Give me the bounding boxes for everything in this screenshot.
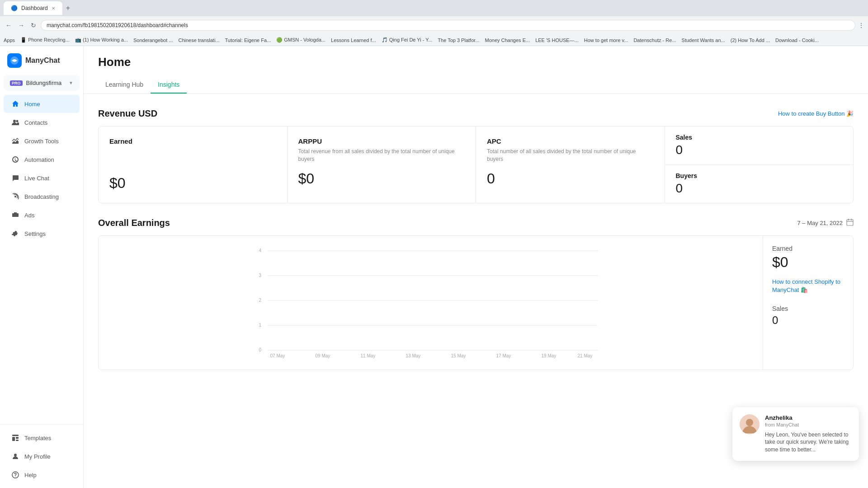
settings-icon <box>11 229 20 238</box>
sidebar-item-help[interactable]: Help <box>4 466 80 484</box>
browser-actions: ⋮ <box>858 22 864 29</box>
bookmark-14[interactable]: Student Wants an... <box>682 38 725 43</box>
bookmark-8[interactable]: 🎵 Qing Fei De Yi - Y... <box>382 37 433 43</box>
revenue-section-header: Revenue USD How to create Buy Button 🎉 <box>98 108 854 119</box>
x-label-17may: 17 May <box>496 353 511 358</box>
account-name: Bildungsfirma <box>26 80 66 86</box>
sidebar-item-home[interactable]: Home <box>4 95 80 113</box>
tab-close-button[interactable]: ✕ <box>52 6 55 11</box>
bookmark-1[interactable]: 📱 Phone Recycling... <box>20 37 70 43</box>
scrolled-content-placeholder <box>98 105 854 108</box>
earnings-container: 4 3 2 1 0 07 May <box>98 235 854 370</box>
x-label-13may: 13 May <box>406 353 421 358</box>
shopify-link[interactable]: How to connect Shopify to ManyChat 🛍️ <box>772 278 844 294</box>
bookmark-4[interactable]: Chinese translati... <box>178 38 219 43</box>
revenue-card-arppu: ARPPU Total revenue from all sales divid… <box>288 127 476 203</box>
bookmark-7[interactable]: Lessons Learned f... <box>331 38 376 43</box>
templates-icon <box>11 433 20 442</box>
sidebar-bottom: Templates My Profile Help <box>0 424 83 488</box>
back-button[interactable]: ← <box>4 20 14 31</box>
refresh-button[interactable]: ↻ <box>29 20 38 31</box>
earned-value: $0 <box>109 148 276 192</box>
bookmark-13[interactable]: Datenschutz - Re... <box>633 38 676 43</box>
sidebar-item-label-my-profile: My Profile <box>24 453 51 460</box>
contacts-icon <box>11 118 20 127</box>
bookmark-15[interactable]: (2) How To Add ... <box>731 38 770 43</box>
sidebar-item-settings[interactable]: Settings <box>4 225 80 243</box>
bookmark-16[interactable]: Download - Cooki... <box>775 38 819 43</box>
sidebar-item-my-profile[interactable]: My Profile <box>4 447 80 465</box>
earnings-chart: 4 3 2 1 0 07 May <box>106 243 755 361</box>
earnings-sales-value: 0 <box>772 314 844 327</box>
bookmark-11[interactable]: LEE 'S HOUSE—... <box>535 38 579 43</box>
svg-point-3 <box>14 196 16 197</box>
apc-value: 0 <box>487 170 654 187</box>
sidebar-logo: ManyChat <box>0 46 83 75</box>
earnings-header: Overall Earnings 7 – May 21, 2022 <box>98 218 854 228</box>
buy-button-link[interactable]: How to create Buy Button 🎉 <box>778 110 854 117</box>
chat-content: Anzhelika from ManyChat Hey Leon, You've… <box>765 414 852 454</box>
new-tab-button[interactable]: + <box>66 4 70 12</box>
apc-label: APC <box>487 137 654 145</box>
earnings-title: Overall Earnings <box>98 218 170 228</box>
account-selector[interactable]: PRO Bildungsfirma ▼ <box>4 75 80 91</box>
svg-point-11 <box>15 476 15 477</box>
browser-controls: ← → ↻ ⋮ <box>0 16 868 34</box>
revenue-card-earned: Earned $0 <box>99 127 287 203</box>
forward-button[interactable]: → <box>16 20 26 31</box>
calendar-icon[interactable] <box>846 219 854 227</box>
bookmark-apps[interactable]: Apps <box>4 38 15 43</box>
apc-desc: Total number of all sales divided by the… <box>487 148 654 163</box>
earnings-sidebar: Earned $0 How to connect Shopify to Many… <box>763 236 853 370</box>
earnings-section: Overall Earnings 7 – May 21, 2022 4 <box>98 218 854 370</box>
svg-rect-6 <box>12 437 15 441</box>
svg-point-1 <box>13 120 16 122</box>
sidebar-item-automation[interactable]: Automation <box>4 150 80 169</box>
broadcasting-icon <box>11 192 20 201</box>
chat-sender-name: Anzhelika <box>765 414 852 421</box>
sidebar-item-label-growth-tools: Growth Tools <box>24 138 59 145</box>
arppu-desc: Total revenue from all sales divided by … <box>298 148 465 163</box>
growth-tools-icon <box>11 136 20 145</box>
revenue-card-apc: APC Total number of all sales divided by… <box>476 127 665 203</box>
x-label-19may: 19 May <box>542 353 557 358</box>
tab-insights[interactable]: Insights <box>151 76 187 94</box>
chart-area: 4 3 2 1 0 07 May <box>99 236 763 370</box>
extensions-icon: ⋮ <box>858 22 864 29</box>
sidebar-item-growth-tools[interactable]: Growth Tools <box>4 132 80 150</box>
x-label-07may: 07 May <box>270 353 285 358</box>
sidebar-item-ads[interactable]: Ads <box>4 206 80 224</box>
sidebar-item-live-chat[interactable]: Live Chat <box>4 169 80 187</box>
bookmark-12[interactable]: How to get more v... <box>584 38 628 43</box>
bookmark-2[interactable]: 📺 (1) How Working a... <box>75 37 128 43</box>
bookmark-3[interactable]: Sonderangebot ... <box>133 38 173 43</box>
automation-icon <box>11 155 20 164</box>
bookmark-10[interactable]: Money Changes E... <box>485 38 530 43</box>
sidebar: ManyChat PRO Bildungsfirma ▼ Home Contac… <box>0 46 84 488</box>
svg-point-9 <box>14 454 17 456</box>
sidebar-item-label-contacts: Contacts <box>24 119 47 126</box>
bookmark-5[interactable]: Tutorial: Eigene Fa... <box>225 38 271 43</box>
page-title: Home <box>98 55 854 69</box>
sidebar-item-templates[interactable]: Templates <box>4 429 80 447</box>
bookmark-9[interactable]: The Top 3 Platfor... <box>438 38 479 43</box>
tab-learning-hub[interactable]: Learning Hub <box>98 76 151 94</box>
sidebar-item-contacts[interactable]: Contacts <box>4 113 80 131</box>
y-label-1: 1 <box>259 323 262 328</box>
active-tab[interactable]: 🔵 Dashboard ✕ <box>4 1 62 15</box>
arppu-label: ARPPU <box>298 137 465 145</box>
svg-point-2 <box>16 120 19 122</box>
svg-rect-12 <box>847 220 853 225</box>
earnings-earned-label: Earned <box>772 245 844 252</box>
logo-text: ManyChat <box>25 56 60 65</box>
chat-popup[interactable]: Anzhelika from ManyChat Hey Leon, You've… <box>732 407 859 461</box>
svg-rect-14 <box>851 219 852 221</box>
url-bar[interactable] <box>41 20 855 31</box>
sidebar-item-broadcasting[interactable]: Broadcasting <box>4 188 80 206</box>
tab-title: Dashboard <box>21 5 48 11</box>
main-header: Home Learning Hub Insights <box>84 46 868 94</box>
svg-rect-4 <box>12 213 19 217</box>
date-range: 7 – May 21, 2022 <box>797 219 854 227</box>
y-label-4: 4 <box>259 248 262 253</box>
bookmark-6[interactable]: 🟢 GMSN - Vologda... <box>276 37 326 43</box>
